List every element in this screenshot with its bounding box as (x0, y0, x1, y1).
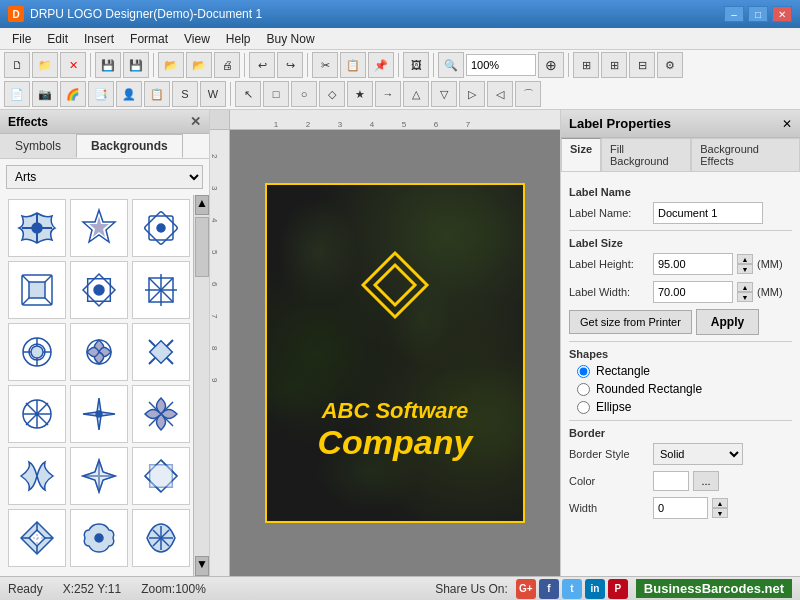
grid2-button[interactable]: ⊟ (629, 52, 655, 78)
menu-file[interactable]: File (4, 30, 39, 48)
color-swatch[interactable] (653, 471, 689, 491)
symbol-4[interactable] (8, 261, 66, 319)
shape-ellipse[interactable]: Ellipse (577, 400, 792, 414)
print-button[interactable]: 🖨 (214, 52, 240, 78)
color-picker-button[interactable]: ... (693, 471, 719, 491)
tool4-button[interactable]: 📑 (88, 81, 114, 107)
facebook-icon[interactable]: f (539, 579, 559, 599)
symbol-7[interactable] (8, 323, 66, 381)
symbol-5[interactable] (70, 261, 128, 319)
symbol-3[interactable] (132, 199, 190, 257)
effects-close[interactable]: ✕ (190, 114, 201, 129)
copy-button[interactable]: 📋 (340, 52, 366, 78)
scroll-up[interactable]: ▲ (195, 195, 209, 215)
maximize-button[interactable]: □ (748, 6, 768, 22)
symbol-2[interactable] (70, 199, 128, 257)
redo-button[interactable]: ↪ (277, 52, 303, 78)
shape-rectangle[interactable]: Rectangle (577, 364, 792, 378)
symbol-8[interactable] (70, 323, 128, 381)
diamond-button[interactable]: ◇ (319, 81, 345, 107)
height-up[interactable]: ▲ (737, 254, 753, 264)
border-style-select[interactable]: Solid Dashed Dotted None (653, 443, 743, 465)
border-width-up[interactable]: ▲ (712, 498, 728, 508)
play-button[interactable]: ▷ (459, 81, 485, 107)
width-down[interactable]: ▼ (737, 292, 753, 302)
pinterest-icon[interactable]: P (608, 579, 628, 599)
height-input[interactable] (653, 253, 733, 275)
folder2-button[interactable]: 📂 (186, 52, 212, 78)
symbol-11[interactable] (70, 385, 128, 443)
symbol-9[interactable] (132, 323, 190, 381)
tool8-button[interactable]: W (200, 81, 226, 107)
height-spinner[interactable]: ▲ ▼ (737, 254, 753, 274)
folder-button[interactable]: 📂 (158, 52, 184, 78)
radio-rectangle[interactable] (577, 365, 590, 378)
open-button[interactable]: 📁 (32, 52, 58, 78)
width-spinner[interactable]: ▲ ▼ (737, 282, 753, 302)
scroll-thumb[interactable] (195, 217, 209, 277)
radio-rounded-rect[interactable] (577, 383, 590, 396)
tool1-button[interactable]: 📄 (4, 81, 30, 107)
menu-edit[interactable]: Edit (39, 30, 76, 48)
new-button[interactable]: 🗋 (4, 52, 30, 78)
menu-format[interactable]: Format (122, 30, 176, 48)
undo-button[interactable]: ↩ (249, 52, 275, 78)
arrow-button[interactable]: → (375, 81, 401, 107)
border-width-down[interactable]: ▼ (712, 508, 728, 518)
props-close[interactable]: ✕ (782, 117, 792, 131)
rect-button[interactable]: □ (263, 81, 289, 107)
design-canvas[interactable]: ABC Software Company (265, 183, 525, 523)
symbol-13[interactable] (8, 447, 66, 505)
close-doc-button[interactable]: ✕ (60, 52, 86, 78)
circle-button[interactable]: ○ (291, 81, 317, 107)
label-name-input[interactable] (653, 202, 763, 224)
zoom-input[interactable]: 100% (466, 54, 536, 76)
symbol-12[interactable] (132, 385, 190, 443)
tab-backgrounds[interactable]: Backgrounds (76, 134, 183, 158)
symbol-6[interactable] (132, 261, 190, 319)
menu-buynow[interactable]: Buy Now (259, 30, 323, 48)
radio-ellipse[interactable] (577, 401, 590, 414)
width-input[interactable] (653, 281, 733, 303)
tab-fill-background[interactable]: Fill Background (601, 138, 691, 171)
google-plus-icon[interactable]: G+ (516, 579, 536, 599)
tool7-button[interactable]: S (172, 81, 198, 107)
minimize-button[interactable]: – (724, 6, 744, 22)
symbol-16[interactable] (8, 509, 66, 567)
width-up[interactable]: ▲ (737, 282, 753, 292)
menu-view[interactable]: View (176, 30, 218, 48)
tab-symbols[interactable]: Symbols (0, 134, 76, 158)
tab-size[interactable]: Size (561, 138, 601, 171)
cut-button[interactable]: ✂ (312, 52, 338, 78)
menu-insert[interactable]: Insert (76, 30, 122, 48)
symbol-18[interactable] (132, 509, 190, 567)
tab-bg-effects[interactable]: Background Effects (691, 138, 800, 171)
height-down[interactable]: ▼ (737, 264, 753, 274)
menu-help[interactable]: Help (218, 30, 259, 48)
triangle-button[interactable]: △ (403, 81, 429, 107)
settings-button[interactable]: ⚙ (657, 52, 683, 78)
symbol-14[interactable] (70, 447, 128, 505)
symbol-17[interactable] (70, 509, 128, 567)
curve-button[interactable]: ⌒ (515, 81, 541, 107)
image-button[interactable]: 🖼 (403, 52, 429, 78)
paste-button[interactable]: 📌 (368, 52, 394, 78)
tool2-button[interactable]: 📷 (32, 81, 58, 107)
border-width-input[interactable] (653, 497, 708, 519)
tool3-button[interactable]: 🌈 (60, 81, 86, 107)
category-select[interactable]: Arts Abstract Nature Geometric (6, 165, 203, 189)
symbol-15[interactable] (132, 447, 190, 505)
tool5-button[interactable]: 👤 (116, 81, 142, 107)
scroll-down[interactable]: ▼ (195, 556, 209, 576)
symbol-1[interactable] (8, 199, 66, 257)
star-button[interactable]: ★ (347, 81, 373, 107)
apply-button[interactable]: Apply (696, 309, 759, 335)
shape-rounded-rect[interactable]: Rounded Rectangle (577, 382, 792, 396)
close-button[interactable]: ✕ (772, 6, 792, 22)
fit-button[interactable]: ⊞ (573, 52, 599, 78)
zoom-out-button[interactable]: 🔍 (438, 52, 464, 78)
linkedin-icon[interactable]: in (585, 579, 605, 599)
symbol-10[interactable] (8, 385, 66, 443)
cursor-button[interactable]: ↖ (235, 81, 261, 107)
triangle2-button[interactable]: ▽ (431, 81, 457, 107)
